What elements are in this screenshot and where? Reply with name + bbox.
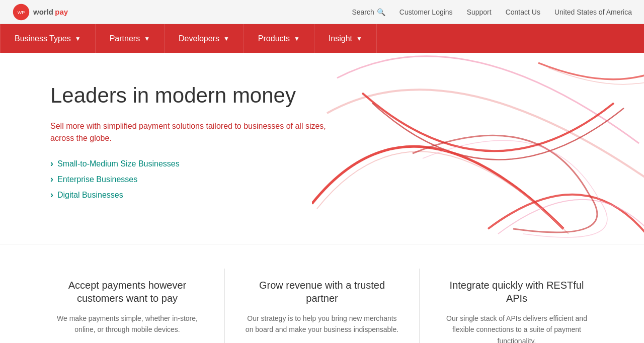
hero-link-smb[interactable]: › Small-to-Medium Size Businesses: [50, 158, 342, 169]
hero-title: Leaders in modern money: [50, 83, 342, 108]
card-text-revenue: Our strategy is to help you bring new me…: [245, 313, 399, 335]
hero-link-digital[interactable]: › Digital Businesses: [50, 190, 342, 200]
svg-text:pay: pay: [55, 8, 68, 16]
chevron-down-icon: ▼: [356, 35, 362, 42]
chevron-right-icon: ›: [50, 190, 53, 200]
logo[interactable]: WP world pay: [12, 3, 84, 21]
customer-logins-link[interactable]: Customer Logins: [399, 8, 453, 16]
chevron-right-icon: ›: [50, 158, 53, 169]
search-label: Search: [352, 8, 374, 16]
main-nav: Business Types ▼ Partners ▼ Developers ▼…: [0, 24, 644, 53]
worldpay-text-logo: world pay: [33, 5, 84, 19]
nav-item-insight[interactable]: Insight ▼: [314, 24, 377, 53]
hero-links: › Small-to-Medium Size Businesses › Ente…: [50, 158, 342, 200]
chevron-down-icon: ▼: [294, 35, 300, 42]
top-bar-links: Search 🔍 Customer Logins Support Contact…: [352, 8, 632, 16]
hero-content: Leaders in modern money Sell more with s…: [50, 83, 342, 200]
hero-decoration: [312, 53, 644, 244]
cards-section: Accept payments however customers want t…: [0, 244, 644, 343]
chevron-right-icon: ›: [50, 174, 53, 185]
worldpay-logo-icon: WP: [12, 3, 30, 21]
hero-section: Leaders in modern money Sell more with s…: [0, 53, 644, 244]
nav-item-products[interactable]: Products ▼: [244, 24, 314, 53]
contact-us-link[interactable]: Contact Us: [506, 8, 540, 16]
card-text-api: Our single stack of APIs delivers effici…: [440, 313, 594, 343]
country-link[interactable]: United States of America: [554, 8, 632, 16]
hero-link-enterprise[interactable]: › Enterprise Businesses: [50, 174, 342, 185]
chevron-down-icon: ▼: [223, 35, 229, 42]
card-api: Integrate quickly with RESTful APIs Our …: [420, 269, 614, 343]
card-title-revenue: Grow revenue with a trusted partner: [245, 279, 399, 305]
card-title-payments: Accept payments however customers want t…: [50, 279, 204, 305]
support-link[interactable]: Support: [467, 8, 492, 16]
search-icon: 🔍: [377, 8, 385, 16]
logo-area: WP world pay: [12, 3, 84, 21]
nav-item-partners[interactable]: Partners ▼: [96, 24, 165, 53]
search-link[interactable]: Search 🔍: [352, 8, 385, 16]
chevron-down-icon: ▼: [75, 35, 81, 42]
nav-item-developers[interactable]: Developers ▼: [165, 24, 244, 53]
hero-subtitle: Sell more with simplified payment soluti…: [50, 120, 342, 144]
card-payments: Accept payments however customers want t…: [30, 269, 225, 343]
svg-text:WP: WP: [18, 10, 25, 15]
card-text-payments: We make payments simple, whether in-stor…: [50, 313, 204, 335]
card-title-api: Integrate quickly with RESTful APIs: [440, 279, 594, 305]
nav-item-business-types[interactable]: Business Types ▼: [0, 24, 96, 53]
card-revenue: Grow revenue with a trusted partner Our …: [225, 269, 420, 343]
top-bar: WP world pay Search 🔍 Customer Logins Su…: [0, 0, 644, 24]
chevron-down-icon: ▼: [144, 35, 150, 42]
svg-text:world: world: [33, 8, 53, 16]
